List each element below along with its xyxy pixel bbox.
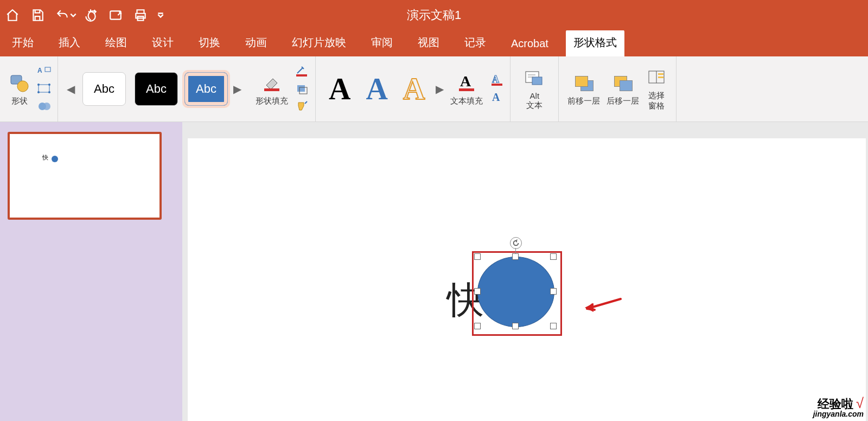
svg-rect-19 — [492, 84, 502, 86]
watermark-url: jingyanla.com — [813, 410, 864, 418]
resize-handle-tm[interactable] — [512, 253, 519, 260]
tab-draw[interactable]: 绘图 — [98, 30, 135, 56]
shape-style-2[interactable]: Abc — [135, 72, 178, 106]
svg-point-11 — [43, 103, 50, 110]
svg-text:A: A — [492, 74, 499, 85]
svg-rect-14 — [297, 85, 305, 92]
redo-icon[interactable] — [78, 0, 103, 30]
text-fill-label: 文本填充 — [450, 96, 483, 106]
text-effects-icon[interactable]: A — [489, 91, 505, 104]
text-box-icon[interactable] — [37, 82, 52, 95]
bring-forward-label: 前移一层 — [567, 96, 600, 106]
send-backward-icon — [612, 72, 634, 94]
slide-thumbnail-1[interactable]: 快 — [8, 132, 162, 220]
format-painter-icon[interactable] — [295, 100, 310, 113]
shapes-button[interactable]: 形状 — [5, 70, 34, 109]
tab-transitions[interactable]: 切换 — [191, 30, 228, 56]
svg-rect-5 — [39, 85, 49, 92]
undo-dropdown-icon[interactable] — [68, 0, 78, 30]
text-fill-icon: A — [456, 72, 477, 94]
send-backward-label: 后移一层 — [607, 96, 639, 106]
slide-canvas[interactable]: 快 — [188, 138, 866, 421]
resize-handle-bm[interactable] — [512, 323, 519, 329]
annotation-arrow-icon — [584, 297, 622, 315]
merge-shapes-icon[interactable] — [37, 100, 52, 113]
wordart-style-2[interactable]: A — [358, 72, 395, 106]
shape-effects-icon[interactable] — [295, 82, 310, 95]
watermark: 经验啦 √ jingyanla.com — [813, 396, 864, 418]
group-shape-styles: ◀ Abc Abc Abc ▶ 形状填充 — [58, 56, 316, 122]
alt-text-button[interactable]: Alt 文本 — [520, 65, 548, 113]
svg-rect-27 — [658, 73, 663, 75]
bring-forward-icon — [573, 72, 595, 94]
resize-handle-mr[interactable] — [550, 288, 557, 295]
alt-text-label-1: Alt — [530, 91, 540, 100]
shapes-icon — [9, 72, 30, 94]
shape-fill-button[interactable]: 形状填充 — [252, 70, 291, 109]
tab-design[interactable]: 设计 — [144, 30, 181, 56]
gallery-next-icon[interactable]: ▶ — [230, 82, 245, 95]
document-title: 演示文稿1 — [407, 7, 461, 23]
group-insert-shapes: 形状 A — [0, 56, 58, 122]
rotate-handle[interactable] — [510, 237, 522, 249]
svg-point-6 — [37, 84, 40, 86]
watermark-text: 经验啦 — [818, 397, 853, 411]
slide-thumbnail-panel: 快 — [0, 122, 182, 421]
shape-fill-icon — [261, 72, 283, 94]
slide-editor-area: 快 — [182, 122, 868, 421]
group-wordart-styles: A A A ▶ A 文本填充 A A — [316, 56, 510, 122]
selection-pane-label-1: 选择 — [648, 91, 665, 101]
tab-acrobat[interactable]: Acrobat — [503, 32, 556, 56]
touch-mode-icon[interactable] — [103, 0, 128, 30]
wordart-gallery-next-icon[interactable]: ▶ — [432, 82, 447, 95]
svg-rect-28 — [658, 76, 663, 78]
send-backward-button[interactable]: 后移一层 — [603, 70, 642, 109]
shape-outline-icon[interactable] — [295, 65, 310, 78]
resize-handle-br[interactable] — [550, 323, 557, 329]
tab-review[interactable]: 审阅 — [363, 30, 400, 56]
print-icon[interactable] — [128, 0, 153, 30]
group-arrange: 前移一层 后移一层 选择 窗格 — [559, 56, 676, 122]
tab-home[interactable]: 开始 — [4, 30, 41, 56]
alt-text-label-2: 文本 — [526, 100, 542, 111]
ribbon: 形状 A ◀ Abc Abc Abc ▶ 形状填充 A A A ▶ — [0, 56, 868, 122]
resize-handle-tr[interactable] — [550, 253, 557, 260]
tab-view[interactable]: 视图 — [410, 30, 447, 56]
tab-record[interactable]: 记录 — [457, 30, 494, 56]
edit-shape-icon[interactable]: A — [37, 65, 52, 78]
shape-fill-label: 形状填充 — [256, 96, 288, 106]
svg-text:A: A — [37, 67, 42, 74]
svg-point-2 — [17, 81, 28, 92]
tab-animations[interactable]: 动画 — [238, 30, 275, 56]
save-icon[interactable] — [25, 0, 50, 30]
resize-handle-ml[interactable] — [474, 288, 481, 295]
svg-text:A: A — [492, 91, 500, 103]
svg-text:A: A — [460, 73, 471, 90]
svg-rect-4 — [45, 67, 50, 72]
svg-rect-12 — [264, 88, 279, 91]
tab-insert[interactable]: 插入 — [51, 30, 88, 56]
gallery-prev-icon[interactable]: ◀ — [63, 82, 78, 95]
shape-style-3-selected[interactable]: Abc — [184, 72, 228, 106]
svg-point-9 — [48, 91, 50, 93]
wordart-style-1[interactable]: A — [321, 72, 358, 106]
home-icon[interactable] — [0, 0, 25, 30]
text-fill-button[interactable]: A 文本填充 — [447, 70, 486, 109]
quick-access-toolbar: 演示文稿1 — [0, 0, 868, 30]
oval-shape-body[interactable] — [477, 257, 554, 327]
resize-handle-tl[interactable] — [474, 253, 481, 260]
tab-shape-format[interactable]: 形状格式 — [566, 30, 624, 56]
svg-point-7 — [48, 84, 50, 86]
bring-forward-button[interactable]: 前移一层 — [564, 70, 603, 109]
shape-style-1[interactable]: Abc — [82, 72, 126, 106]
svg-rect-22 — [532, 77, 542, 85]
selected-oval-shape[interactable] — [477, 257, 553, 326]
resize-handle-bl[interactable] — [474, 323, 481, 329]
tab-slideshow[interactable]: 幻灯片放映 — [284, 30, 354, 56]
customize-qat-icon[interactable] — [153, 0, 168, 30]
group-accessibility: Alt 文本 — [510, 56, 559, 122]
thumb-shape-icon — [52, 156, 58, 162]
text-outline-icon[interactable]: A — [489, 74, 505, 87]
wordart-style-3[interactable]: A — [395, 72, 432, 106]
selection-pane-button[interactable]: 选择 窗格 — [642, 65, 671, 113]
